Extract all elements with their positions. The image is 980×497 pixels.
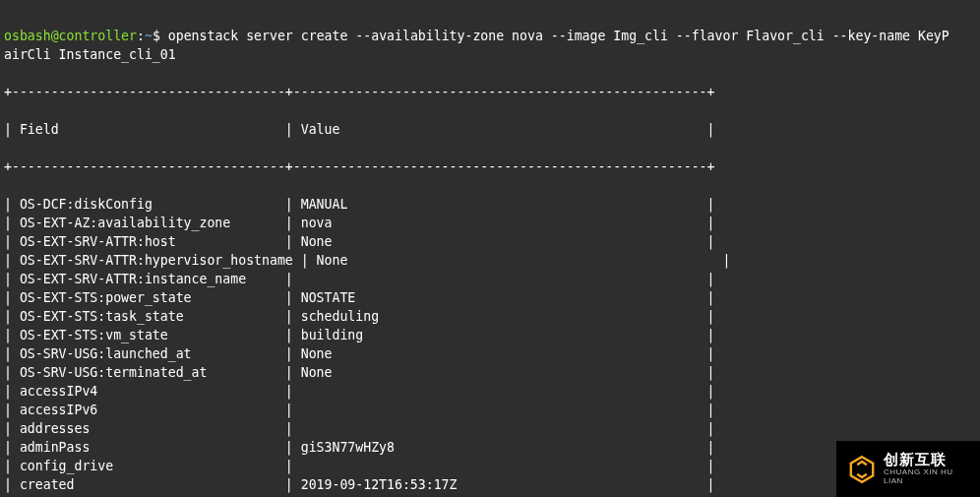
prompt-colon: : xyxy=(137,29,145,43)
watermark-logo-icon xyxy=(846,454,878,485)
table-row: | accessIPv6 | | xyxy=(4,401,976,419)
watermark-text-cn: 创新互联 xyxy=(884,452,970,468)
table-row: | accessIPv4 | | xyxy=(4,382,976,401)
table-row: | OS-EXT-SRV-ATTR:host | None | xyxy=(4,232,976,251)
table-row: | OS-SRV-USG:launched_at | None | xyxy=(4,344,976,363)
table-row: | adminPass | giS3N77wHZy8 | xyxy=(4,438,976,457)
table-row: | addresses | | xyxy=(4,419,976,438)
table-row: | OS-EXT-STS:power_state | NOSTATE | xyxy=(4,288,976,307)
table-row: | config_drive | | xyxy=(4,457,976,475)
table-row: | OS-EXT-AZ:availability_zone | nova | xyxy=(4,214,976,232)
table-row: | OS-EXT-STS:vm_state | building | xyxy=(4,326,976,344)
table-row: | created | 2019-09-12T16:53:17Z | xyxy=(4,475,976,494)
prompt-path: ~ xyxy=(145,29,153,43)
command-line: osbash@controller:~$ openstack server cr… xyxy=(4,27,976,64)
table-border-mid: +-----------------------------------+---… xyxy=(4,157,976,176)
table-row: | OS-EXT-SRV-ATTR:instance_name | | xyxy=(4,270,976,288)
table-row: | OS-EXT-SRV-ATTR:hypervisor_hostname | … xyxy=(4,251,976,270)
terminal-output[interactable]: osbash@controller:~$ openstack server cr… xyxy=(0,0,980,497)
prompt-user-host: osbash@controller xyxy=(4,29,137,43)
table-row: | OS-DCF:diskConfig | MANUAL | xyxy=(4,195,976,214)
table-header-row: | Field | Value | xyxy=(4,120,976,139)
table-row: | OS-EXT-STS:task_state | scheduling | xyxy=(4,307,976,326)
watermark: 创新互联 CHUANG XIN HU LIAN xyxy=(836,441,980,497)
prompt-dollar: $ xyxy=(153,29,168,43)
table-border-top: +-----------------------------------+---… xyxy=(4,83,976,101)
watermark-text-en: CHUANG XIN HU LIAN xyxy=(884,468,970,486)
table-row: | OS-SRV-USG:terminated_at | None | xyxy=(4,363,976,382)
